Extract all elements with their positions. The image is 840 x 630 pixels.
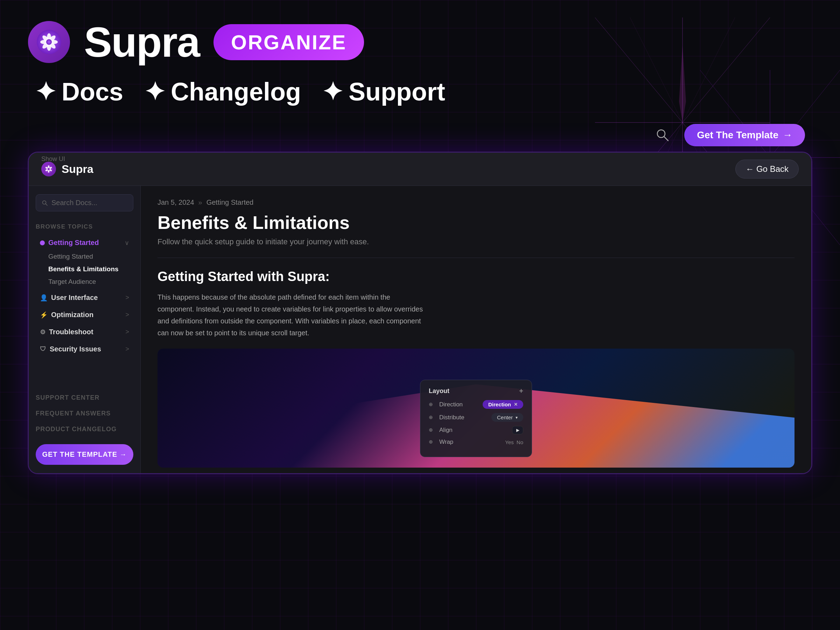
search-box[interactable]: Search Docs...	[36, 194, 133, 212]
layout-distribute-label: Distribute	[439, 414, 487, 421]
nav-group-label-getting-started: Getting Started	[40, 239, 99, 247]
app-mockup: Show UI Supra ← Go	[28, 152, 812, 474]
layout-align-label: Align	[439, 427, 508, 434]
brand-title: Supra	[84, 21, 199, 63]
layout-plus-icon[interactable]: +	[519, 387, 523, 395]
section-title: Getting Started with Supra:	[158, 269, 794, 284]
svg-point-31	[47, 168, 50, 170]
logo-badge	[28, 21, 70, 63]
breadcrumb: Jan 5, 2024 » Getting Started	[158, 199, 794, 207]
search-placeholder: Search Docs...	[51, 199, 97, 207]
nav-group-header-optimization[interactable]: ⚡ Optimization >	[36, 307, 133, 322]
sidebar-subitem-getting-started[interactable]: Getting Started	[36, 250, 133, 263]
layout-align-play-button[interactable]: ▶	[512, 426, 523, 434]
search-topbar: Get The Template →	[655, 124, 805, 146]
nav-group-header-troubleshoot[interactable]: ⚙ Troubleshoot >	[36, 324, 133, 339]
browse-topics-label: BROWSE TOPICS	[36, 223, 133, 230]
sidebar-section-changelog[interactable]: PRODUCT CHANGELOG	[36, 423, 133, 436]
get-template-button-top[interactable]: Get The Template →	[684, 124, 805, 146]
nav-item-changelog[interactable]: ✦ Changelog	[144, 77, 301, 106]
nav-links: ✦ Docs ✦ Changelog ✦ Support	[28, 77, 812, 106]
layout-wrap-yes[interactable]: Yes	[505, 439, 513, 445]
organize-badge: ORGANIZE	[213, 24, 364, 60]
breadcrumb-date: Jan 5, 2024	[158, 199, 194, 207]
layout-direction-icon: ⊕	[429, 401, 435, 408]
arrow-icon-top: →	[783, 129, 793, 141]
page-subtitle: Follow the quick setup guide to initiate…	[158, 237, 794, 246]
nav-group-header-user-interface[interactable]: 👤 User Interface >	[36, 290, 133, 305]
show-ui-label: Show UI	[41, 155, 65, 163]
layout-row-align: ⊕ Align ▶	[429, 426, 523, 434]
get-template-label-top: Get The Template	[697, 129, 778, 141]
layout-direction-close-icon[interactable]: ✕	[514, 402, 518, 407]
nav-group-label-security: 🛡 Security Issues	[40, 345, 101, 353]
nav-star-support: ✦	[322, 77, 343, 106]
nav-group-optimization: ⚡ Optimization >	[36, 307, 133, 322]
sidebar-bottom: SUPPORT CENTER FREQUENT ANSWERS PRODUCT …	[36, 391, 133, 465]
main-content-area: Jan 5, 2024 » Getting Started Benefits &…	[141, 186, 811, 473]
nav-label-docs: Docs	[62, 77, 123, 106]
layout-direction-tag[interactable]: Direction ✕	[483, 400, 523, 409]
chevron-right-icon-sec: >	[125, 346, 129, 353]
get-template-sidebar-label: GET THE TEMPLATE →	[42, 450, 127, 458]
layout-wrap-no[interactable]: No	[516, 439, 523, 445]
app-brand-name: Supra	[62, 163, 93, 176]
chevron-down-icon: ∨	[125, 239, 129, 247]
go-back-button[interactable]: ← Go Back	[735, 159, 799, 178]
app-logo-icon	[44, 165, 53, 173]
layout-row-direction: ⊕ Direction Direction ✕	[429, 400, 523, 409]
nav-group-label-troubleshoot: ⚙ Troubleshoot	[40, 328, 93, 336]
layout-panel: Layout + ⊕ Direction Direction ✕	[420, 380, 532, 457]
chevron-right-icon-trb: >	[125, 328, 129, 336]
nav-group-label-user-interface: 👤 User Interface	[40, 294, 98, 302]
nav-group-header-getting-started[interactable]: Getting Started ∨	[36, 235, 133, 250]
support-center-label: SUPPORT CENTER	[36, 394, 100, 401]
sidebar-section-faq[interactable]: FREQUENT ANSWERS	[36, 407, 133, 420]
sidebar-search-icon	[42, 200, 48, 206]
bolt-icon: ⚡	[40, 311, 47, 319]
search-icon-top[interactable]	[655, 127, 670, 143]
active-dot-icon	[40, 240, 45, 245]
chevron-down-distribute-icon: ▾	[516, 415, 518, 420]
layout-wrap-icon: ⊕	[429, 439, 435, 445]
sidebar-subitem-target-audience[interactable]: Target Audience	[36, 275, 133, 288]
svg-line-33	[46, 204, 47, 205]
chevron-right-icon-opt: >	[125, 311, 129, 319]
nav-group-label-optimization: ⚡ Optimization	[40, 311, 93, 319]
nav-item-support[interactable]: ✦ Support	[322, 77, 445, 106]
layout-row-wrap: ⊕ Wrap Yes No	[429, 439, 523, 445]
svg-line-23	[664, 136, 668, 141]
sidebar-section-support[interactable]: SUPPORT CENTER	[36, 391, 133, 404]
nav-group-security: 🛡 Security Issues >	[36, 342, 133, 357]
header-area: Supra ORGANIZE	[28, 21, 812, 63]
sidebar: Search Docs... BROWSE TOPICS Getting Sta…	[29, 186, 141, 473]
layout-distribute-dropdown[interactable]: Center ▾	[491, 413, 523, 422]
breadcrumb-separator: »	[199, 199, 202, 207]
layout-title-text: Layout	[429, 387, 449, 395]
layout-wrap-values: Yes No	[505, 439, 523, 445]
nav-star-docs: ✦	[35, 77, 56, 106]
svg-point-21	[46, 39, 52, 45]
layout-panel-title: Layout +	[429, 387, 523, 395]
layout-distribute-value: Center	[497, 414, 513, 420]
shield-icon: 🛡	[40, 346, 46, 353]
get-template-button-sidebar[interactable]: GET THE TEMPLATE →	[36, 444, 133, 465]
nav-item-docs[interactable]: ✦ Docs	[35, 77, 123, 106]
app-logo-mini	[41, 162, 56, 177]
layout-align-icon: ⊕	[429, 427, 435, 433]
layout-wrap-label: Wrap	[439, 439, 501, 445]
app-header: Show UI Supra ← Go	[29, 153, 811, 186]
nav-label-changelog: Changelog	[171, 77, 301, 106]
content-image: Layout + ⊕ Direction Direction ✕	[158, 349, 794, 467]
section-text: This happens because of the absolute pat…	[158, 291, 423, 339]
app-topbar: Get The Template →	[28, 124, 812, 146]
nav-label-support: Support	[349, 77, 445, 106]
nav-group-user-interface: 👤 User Interface >	[36, 290, 133, 305]
logo-icon	[37, 30, 61, 54]
main-wrapper: Supra ORGANIZE ✦ Docs ✦ Changelog ✦ Supp…	[0, 0, 840, 630]
sidebar-subitem-benefits-limitations[interactable]: Benefits & Limitations	[36, 263, 133, 275]
frequent-answers-label: FREQUENT ANSWERS	[36, 410, 111, 417]
app-body: Search Docs... BROWSE TOPICS Getting Sta…	[29, 186, 811, 473]
nav-group-text-getting-started: Getting Started	[48, 239, 99, 247]
nav-group-header-security[interactable]: 🛡 Security Issues >	[36, 342, 133, 357]
